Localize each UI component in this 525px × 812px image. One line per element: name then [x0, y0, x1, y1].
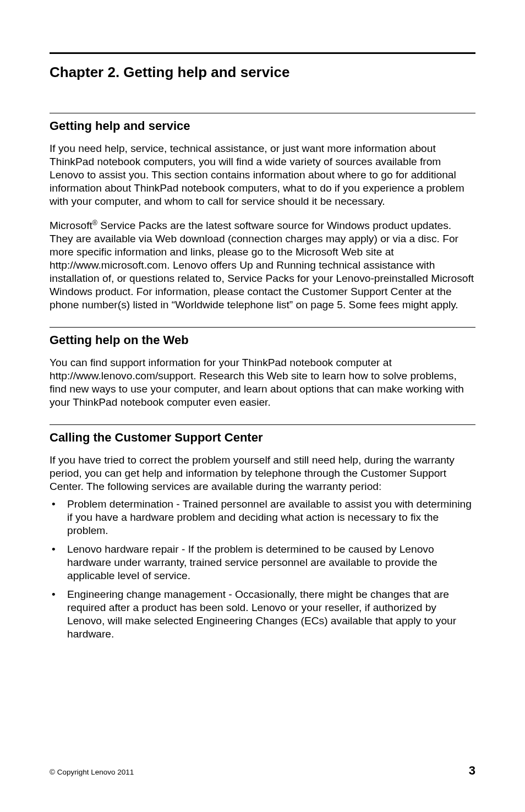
- chapter-title: Chapter 2. Getting help and service: [50, 64, 475, 81]
- section-heading-web: Getting help on the Web: [50, 333, 475, 347]
- rule-thin-section-1: [50, 113, 475, 113]
- services-list: Problem determination - Trained personne…: [50, 498, 475, 641]
- copyright-text: © Copyright Lenovo 2011: [50, 768, 134, 776]
- rule-thin-section-2: [50, 327, 475, 328]
- paragraph-service-packs: Microsoft® Service Packs are the latest …: [50, 219, 475, 312]
- paragraph-intro: If you need help, service, technical ass…: [50, 142, 475, 208]
- registered-trademark-icon: ®: [92, 219, 97, 227]
- rule-thin-section-3: [50, 424, 475, 425]
- list-item: Problem determination - Trained personne…: [50, 498, 475, 537]
- service-packs-text: Service Packs are the latest software so…: [50, 220, 474, 310]
- page-number: 3: [469, 764, 475, 778]
- microsoft-text: Microsoft: [50, 220, 92, 231]
- paragraph-web-support: You can find support information for you…: [50, 356, 475, 409]
- paragraph-calling-intro: If you have tried to correct the problem…: [50, 454, 475, 493]
- rule-thick-chapter: [50, 52, 475, 54]
- section-heading-calling: Calling the Customer Support Center: [50, 430, 475, 445]
- section-heading-getting-help-service: Getting help and service: [50, 119, 475, 133]
- list-item: Engineering change management - Occasion…: [50, 588, 475, 641]
- list-item: Lenovo hardware repair - If the problem …: [50, 543, 475, 582]
- page-footer: © Copyright Lenovo 2011 3: [50, 764, 475, 778]
